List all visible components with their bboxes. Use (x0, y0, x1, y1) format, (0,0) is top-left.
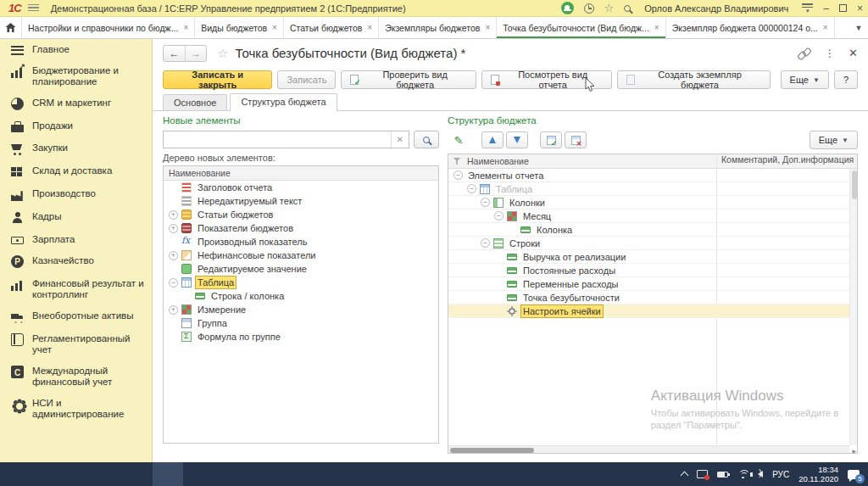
tree-item[interactable]: Заголовок отчета (164, 181, 438, 194)
close-tab-icon[interactable]: × (485, 23, 490, 32)
save-button[interactable]: Записать (277, 70, 336, 89)
home-button[interactable] (0, 17, 22, 38)
tree-item[interactable]: Колонки (448, 196, 857, 209)
close-form-icon[interactable]: ✕ (849, 47, 858, 59)
explorer[interactable] (31, 462, 61, 486)
main-menu-icon[interactable] (28, 4, 39, 12)
sidebar-item[interactable]: Бюджетирование и планирование (0, 60, 152, 92)
tree-item[interactable]: Точка безубыточности (448, 291, 857, 304)
close-tab-icon[interactable]: × (654, 23, 659, 32)
tray-expand-icon[interactable] (681, 472, 689, 480)
language-indicator[interactable]: РУС (772, 470, 789, 479)
expander-icon[interactable] (494, 211, 504, 221)
expander-icon[interactable] (169, 278, 178, 288)
sidebar-item[interactable]: Регламентированный учет (0, 328, 152, 360)
tree-item[interactable]: Группа (164, 316, 438, 330)
help-button[interactable]: ? (834, 70, 858, 89)
tab-overflow-icon[interactable]: ▼ (849, 17, 868, 38)
sidebar-item[interactable]: Зарплата (0, 229, 152, 250)
sidebar-item[interactable]: Международный финансовый учет (0, 360, 152, 393)
close-tab-icon[interactable]: × (823, 23, 828, 32)
forward-icon[interactable]: → (185, 46, 206, 61)
expander-icon[interactable] (169, 251, 178, 260)
expander-icon[interactable] (467, 184, 476, 193)
tree-item[interactable]: Месяц (448, 209, 857, 223)
expander-icon[interactable] (453, 170, 463, 180)
outlook[interactable] (92, 462, 122, 486)
left-tree-header[interactable]: Наименование (164, 166, 438, 181)
sidebar-item[interactable]: Производство (0, 183, 152, 206)
history-icon[interactable] (584, 3, 594, 14)
tree-item[interactable]: Таблица (164, 276, 438, 289)
1c[interactable] (153, 462, 183, 486)
service-menu-icon[interactable]: ▾ (802, 3, 813, 13)
scroll-right-icon[interactable]: ▶ (852, 448, 856, 454)
tree-item[interactable]: Таблица (448, 182, 857, 196)
sidebar-item[interactable]: Кадры (0, 206, 152, 229)
tree-item[interactable]: Производный показатель (164, 235, 438, 249)
word[interactable] (183, 462, 214, 486)
horizontal-scrollbar[interactable]: ▶ (448, 445, 849, 453)
edit-button[interactable]: ✎ (448, 131, 470, 148)
form-tab[interactable]: Основное (163, 94, 227, 110)
move-down-button[interactable] (506, 131, 528, 148)
check-budget-button[interactable]: Проверить вид бюджета (341, 70, 476, 89)
maximize-icon[interactable] (839, 4, 847, 12)
chrome[interactable] (61, 462, 92, 486)
favorites-icon[interactable]: ☆ (604, 3, 615, 14)
battery-icon[interactable] (717, 472, 728, 478)
sidebar-item[interactable]: Закупки (0, 137, 152, 160)
horizontal-scrollbar-thumb[interactable] (450, 448, 534, 453)
expander-icon[interactable] (481, 238, 490, 248)
tree-item[interactable]: Статьи бюджетов (164, 208, 438, 221)
tree-item[interactable]: Элементы отчета (448, 169, 857, 182)
document-tab[interactable]: Экземпляры бюджетов × (379, 17, 497, 38)
back-icon[interactable]: ← (164, 46, 185, 61)
tree-item[interactable]: Нефинансовые показатели (164, 249, 438, 262)
create-instance-button[interactable]: Создать экземпляр бюджета (617, 70, 771, 89)
move-up-button[interactable] (481, 131, 504, 148)
document-tab[interactable]: Статьи бюджетов × (284, 17, 379, 38)
link-icon[interactable] (798, 48, 811, 59)
close-tab-icon[interactable]: × (272, 23, 277, 32)
display-icon[interactable] (697, 470, 708, 478)
start[interactable] (0, 462, 31, 486)
search-input[interactable] (164, 131, 391, 148)
minimize-icon[interactable]: – (823, 3, 829, 14)
save-close-button[interactable]: Записать и закрыть (163, 70, 272, 89)
clear-search-icon[interactable]: ✕ (391, 131, 409, 148)
tree-item[interactable]: Выручка от реализации (448, 250, 857, 264)
search-button[interactable] (414, 131, 439, 148)
structure-more-button[interactable]: Еще ▼ (810, 131, 858, 149)
clear-cells-button[interactable] (565, 131, 587, 148)
tree-item[interactable]: Нередактируемый текст (164, 194, 438, 208)
tree-item[interactable]: Переменные расходы (448, 277, 857, 291)
document-tab[interactable]: Виды бюджетов × (195, 17, 284, 38)
close-tab-icon[interactable]: × (183, 23, 188, 32)
speaker-icon[interactable] (758, 471, 763, 478)
vertical-scrollbar[interactable] (849, 169, 857, 445)
vertical-scrollbar-thumb[interactable] (852, 170, 857, 199)
expander-icon[interactable] (481, 198, 490, 207)
tree-item[interactable]: Строки (448, 237, 857, 250)
skype[interactable] (122, 462, 153, 486)
document-tab[interactable]: Настройки и справочники по бюдж... × (22, 17, 195, 38)
tree-item[interactable]: Измерение (164, 303, 438, 316)
form-tab[interactable]: Структура бюджета (230, 93, 337, 111)
sidebar-item[interactable]: Главное (0, 39, 152, 60)
kebab-icon[interactable]: ⋮ (825, 47, 835, 59)
star-icon[interactable]: ☆ (217, 46, 228, 61)
check-cells-button[interactable] (540, 131, 562, 148)
tree-item[interactable]: Формула по группе (164, 330, 438, 344)
sidebar-item[interactable]: Склад и доставка (0, 160, 152, 183)
right-tree-header[interactable]: Наименование Комментарий, Доп.информация (448, 154, 857, 169)
clock[interactable]: 18:34 20.11.2020 (798, 465, 838, 483)
tree-item[interactable]: Колонка (448, 223, 857, 237)
sidebar-item[interactable]: Продажи (0, 115, 152, 137)
tree-item[interactable]: Постоянные расходы (448, 264, 857, 277)
sidebar-item[interactable]: Казначейство (0, 250, 152, 273)
tree-item[interactable]: Редактируемое значение (164, 262, 438, 276)
sidebar-item[interactable]: НСИ и администрирование (0, 393, 152, 425)
expander-icon[interactable] (169, 305, 178, 315)
document-tab[interactable]: Точка безубыточности (Вид бюдж... × (497, 17, 665, 38)
